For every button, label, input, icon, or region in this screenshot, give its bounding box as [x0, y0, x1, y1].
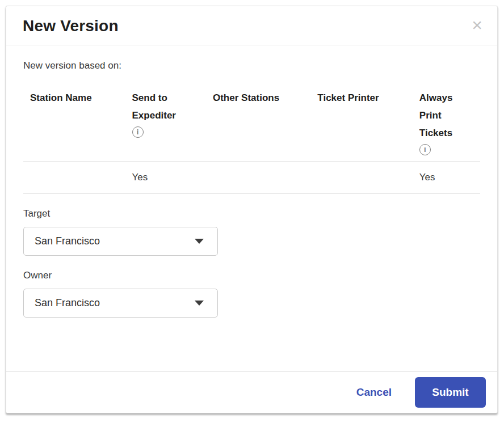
dialog-title: New Version [23, 15, 119, 37]
cancel-button[interactable]: Cancel [356, 386, 392, 399]
cell-station-name [23, 162, 125, 194]
submit-button[interactable]: Submit [415, 377, 486, 408]
owner-select[interactable]: San Francisco [23, 289, 218, 318]
column-header-station-name: Station Name [23, 89, 125, 162]
stations-table: Station Name Send to Expediter i Other S… [23, 89, 480, 194]
caret-down-icon [195, 239, 204, 244]
intro-text: New version based on: [23, 60, 480, 71]
dialog-header: New Version × [6, 6, 497, 45]
cell-always-print-tickets: Yes [413, 162, 480, 194]
caret-down-icon [195, 301, 204, 306]
cell-other-stations [206, 162, 310, 194]
owner-selected-value: San Francisco [35, 297, 100, 309]
new-version-dialog: New Version × New version based on: Stat… [6, 6, 498, 413]
target-selected-value: San Francisco [35, 235, 100, 247]
cell-send-to-expediter: Yes [125, 162, 206, 194]
info-icon[interactable]: i [419, 144, 431, 155]
table-header-row: Station Name Send to Expediter i Other S… [23, 89, 480, 162]
table-row: Yes Yes [23, 162, 480, 194]
target-field-group: Target San Francisco [23, 208, 480, 256]
column-header-always-print-tickets: Always Print Tickets i [413, 89, 480, 162]
column-header-other-stations: Other Stations [206, 89, 310, 162]
info-icon[interactable]: i [132, 126, 144, 138]
dialog-footer: Cancel Submit [6, 371, 497, 413]
column-header-ticket-printer: Ticket Printer [310, 89, 413, 162]
cell-ticket-printer [310, 162, 413, 194]
target-select[interactable]: San Francisco [23, 227, 218, 256]
target-label: Target [23, 208, 480, 219]
column-header-send-to-expediter: Send to Expediter i [125, 89, 206, 162]
owner-field-group: Owner San Francisco [23, 270, 480, 318]
close-icon[interactable]: × [469, 15, 485, 35]
dialog-body: New version based on: Station Name Send … [6, 45, 497, 318]
owner-label: Owner [23, 270, 480, 281]
